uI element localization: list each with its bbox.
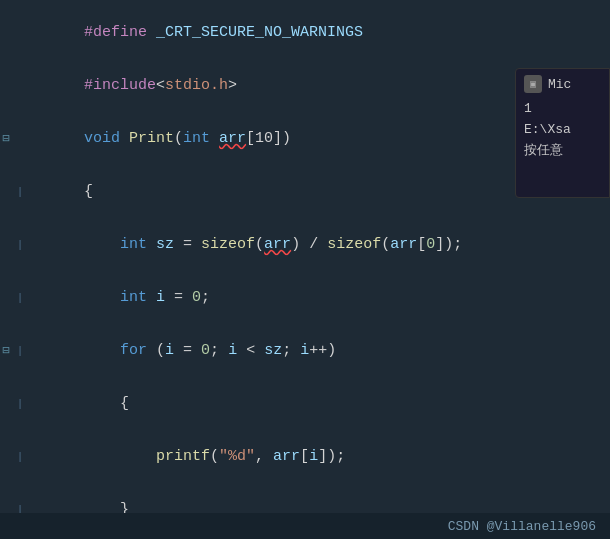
for-eq: = (183, 342, 201, 359)
sz-var: sz (156, 236, 183, 253)
line-content-8: { (26, 378, 610, 429)
for-paren: ( (156, 342, 165, 359)
for-zero: 0 (201, 342, 210, 359)
code-line-8: | { (0, 377, 610, 430)
indent-5 (84, 236, 120, 253)
macro-name: _CRT_SECURE_NO_WARNINGS (156, 24, 363, 41)
terminal-line-1: 1 (524, 99, 601, 120)
code-line-7: ⊟ | for (i = 0; i < sz; i++) (0, 324, 610, 377)
i-var: i (156, 289, 174, 306)
sizeof1: sizeof (201, 236, 255, 253)
sizeof2: sizeof (327, 236, 381, 253)
printf-fn: printf (156, 448, 210, 465)
terminal-content: 1 E:\Xsa 按任意 (524, 99, 601, 161)
line-content-1: #define _CRT_SECURE_NO_WARNINGS (26, 7, 610, 58)
code-line-6: | int i = 0; (0, 271, 610, 324)
incr: ++) (309, 342, 336, 359)
brk2: ]); (435, 236, 462, 253)
fold-5: | (14, 239, 26, 251)
brace-open: { (84, 183, 93, 200)
include-keyword: #include (84, 77, 156, 94)
bracket1: [10]) (246, 130, 291, 147)
printf-fmt: "%d" (219, 448, 255, 465)
comma-printf: , (255, 448, 273, 465)
fold-9: | (14, 451, 26, 463)
arr-printf: arr (273, 448, 300, 465)
line-content-6: int i = 0; (26, 272, 610, 323)
i-printf: i (309, 448, 318, 465)
line-content-5: int sz = sizeof(arr) / sizeof(arr[0]); (26, 219, 610, 270)
gutter-7: ⊟ (0, 343, 14, 358)
terminal-title: Mic (548, 77, 571, 92)
line-content-9: printf("%d", arr[i]); (26, 431, 610, 482)
fold-4: | (14, 186, 26, 198)
include-file: stdio.h (165, 77, 228, 94)
code-editor: #define _CRT_SECURE_NO_WARNINGS #include… (0, 0, 610, 539)
terminal-header: ▣ Mic (524, 75, 601, 93)
pa2: ) / (291, 236, 327, 253)
bottom-bar: CSDN @Villanelle906 (0, 513, 610, 539)
code-line-1: #define _CRT_SECURE_NO_WARNINGS (0, 6, 610, 59)
i-incr: i (300, 342, 309, 359)
pa1: ( (255, 236, 264, 253)
eq-5: = (183, 236, 201, 253)
terminal-line-2: E:\Xsa (524, 120, 601, 141)
indent-9 (84, 448, 156, 465)
indent-8 (84, 395, 120, 412)
int-kw-5: int (120, 236, 156, 253)
sz-cond: sz (264, 342, 282, 359)
int-kw-6: int (120, 289, 156, 306)
code-line-5: | int sz = sizeof(arr) / sizeof(arr[0]); (0, 218, 610, 271)
indent-7 (84, 342, 120, 359)
arr-idx: [ (300, 448, 309, 465)
arr-param: arr (219, 130, 246, 147)
arr-0: arr (390, 236, 417, 253)
lt: < (246, 342, 264, 359)
terminal-panel: ▣ Mic 1 E:\Xsa 按任意 (515, 68, 610, 198)
indent-6 (84, 289, 120, 306)
fold-8: | (14, 398, 26, 410)
include-bracket: < (156, 77, 165, 94)
zero: 0 (426, 236, 435, 253)
semi-for2: ; (282, 342, 300, 359)
eq-6: = (174, 289, 192, 306)
i-for: i (165, 342, 183, 359)
int-kw-param: int (183, 130, 219, 147)
semi-6: ; (201, 289, 210, 306)
paren-open: ( (174, 130, 183, 147)
code-line-9: | printf("%d", arr[i]); (0, 430, 610, 483)
pa3: ( (381, 236, 390, 253)
for-kw: for (120, 342, 156, 359)
fold-7: | (14, 345, 26, 357)
arr-close: ]); (318, 448, 345, 465)
fold-6: | (14, 292, 26, 304)
include-close: > (228, 77, 237, 94)
printf-paren: ( (210, 448, 219, 465)
semi-for1: ; (210, 342, 228, 359)
macro-keyword: #define (84, 24, 156, 41)
print-fn: Print (129, 130, 174, 147)
zero-6: 0 (192, 289, 201, 306)
void-kw: void (84, 130, 129, 147)
bottom-bar-text: CSDN @Villanelle906 (448, 519, 596, 534)
brace-for: { (120, 395, 129, 412)
gutter-3: ⊟ (0, 131, 14, 146)
arr-sz: arr (264, 236, 291, 253)
line-content-7: for (i = 0; i < sz; i++) (26, 325, 610, 376)
terminal-line-3: 按任意 (524, 141, 601, 162)
terminal-icon: ▣ (524, 75, 542, 93)
i-cond: i (228, 342, 246, 359)
brk1: [ (417, 236, 426, 253)
